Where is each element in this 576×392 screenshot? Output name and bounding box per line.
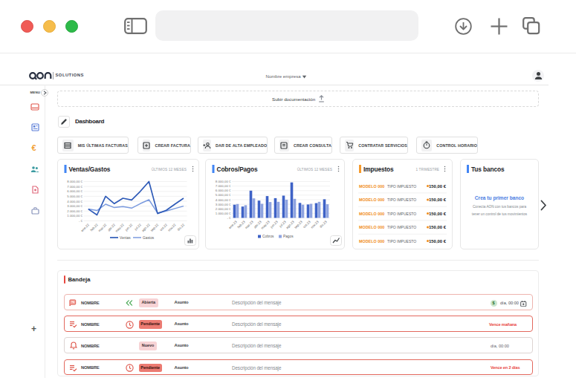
svg-text:Crea tu primer banco: Crea tu primer banco	[474, 195, 523, 201]
svg-text:TIPO IMPUESTO: TIPO IMPUESTO	[387, 184, 416, 189]
svg-text:5.000,00 €: 5.000,00 €	[216, 193, 231, 197]
svg-text:ago.22: ago.22	[141, 223, 151, 232]
svg-text:mar.23: mar.23	[245, 220, 254, 229]
svg-text:tener un control de tus movimi: tener un control de tus movimientos	[471, 212, 527, 216]
svg-text:4.000,00 €: 4.000,00 €	[67, 200, 82, 203]
svg-text:- €: - €	[227, 216, 231, 220]
svg-text:ago.23: ago.23	[285, 220, 295, 229]
svg-text:sep.23: sep.23	[294, 220, 303, 229]
svg-text:150,00 €: 150,00 €	[429, 184, 447, 189]
svg-text:dic.23: dic.23	[319, 220, 328, 229]
svg-text:1.000,00 €: 1.000,00 €	[216, 212, 231, 215]
svg-text:may.23: may.23	[260, 220, 271, 230]
svg-text:sep.22: sep.22	[149, 223, 159, 232]
svg-text:150,00 €: 150,00 €	[429, 225, 447, 229]
svg-text:150,00 €: 150,00 €	[429, 239, 447, 244]
svg-text:8.000,00 €: 8.000,00 €	[216, 180, 231, 183]
svg-text:nov.23: nov.23	[310, 220, 320, 229]
svg-text:Ventas: Ventas	[120, 236, 131, 240]
svg-text:ÚLTIMOS 12 MESES: ÚLTIMOS 12 MESES	[297, 167, 332, 172]
svg-text:2.000,00 €: 2.000,00 €	[216, 207, 231, 211]
svg-text:150,00 €: 150,00 €	[429, 212, 447, 216]
svg-text:- €: - €	[79, 219, 83, 223]
svg-text:Conecta AON con tus bancos par: Conecta AON con tus bancos para	[472, 205, 526, 209]
svg-text:may.22: may.22	[114, 223, 125, 233]
svg-text:Gastos: Gastos	[143, 236, 155, 240]
svg-text:jun.22: jun.22	[124, 223, 134, 232]
svg-text:MODELO 000: MODELO 000	[359, 197, 384, 202]
svg-text:5.000,00 €: 5.000,00 €	[67, 195, 82, 198]
svg-text:MODELO 000: MODELO 000	[359, 212, 384, 216]
svg-text:2.000,00 €: 2.000,00 €	[67, 209, 82, 213]
svg-text:7.000,00 €: 7.000,00 €	[216, 184, 231, 188]
svg-text:oct.22: oct.22	[159, 223, 168, 232]
svg-text:TIPO IMPUESTO: TIPO IMPUESTO	[387, 197, 416, 202]
svg-text:TIPO IMPUESTO: TIPO IMPUESTO	[387, 239, 416, 244]
svg-text:ene.22: ene.22	[80, 223, 90, 232]
svg-text:MODELO 000: MODELO 000	[359, 225, 384, 229]
svg-text:3.000,00 €: 3.000,00 €	[67, 204, 82, 208]
svg-text:ene.23: ene.23	[228, 220, 238, 229]
svg-text:ÚLTIMOS 12 MESES: ÚLTIMOS 12 MESES	[152, 167, 187, 172]
svg-text:Pagos: Pagos	[283, 235, 294, 238]
svg-text:Cobros: Cobros	[262, 235, 274, 238]
svg-text:7.000,00 €: 7.000,00 €	[67, 185, 82, 189]
svg-text:TIPO IMPUESTO: TIPO IMPUESTO	[387, 212, 416, 216]
svg-text:Ventas/Gastos: Ventas/Gastos	[69, 166, 111, 173]
svg-text:MODELO 000: MODELO 000	[359, 184, 384, 189]
svg-text:4.000,00 €: 4.000,00 €	[216, 198, 231, 202]
svg-text:Impuestos: Impuestos	[363, 166, 394, 173]
svg-text:150,00 €: 150,00 €	[429, 197, 447, 202]
svg-text:6.000,00 €: 6.000,00 €	[67, 189, 82, 193]
svg-text:Tus bancos: Tus bancos	[471, 166, 505, 173]
svg-text:mar.22: mar.22	[97, 223, 107, 232]
svg-text:jun.23: jun.23	[269, 220, 279, 229]
svg-text:3.000,00 €: 3.000,00 €	[216, 203, 231, 206]
svg-text:Cobros/Pagos: Cobros/Pagos	[217, 166, 259, 173]
svg-text:1.000,00 €: 1.000,00 €	[67, 214, 82, 218]
svg-text:MODELO 000: MODELO 000	[359, 239, 384, 244]
svg-text:TIPO IMPUESTO: TIPO IMPUESTO	[387, 225, 416, 229]
svg-text:6.000,00 €: 6.000,00 €	[216, 189, 231, 192]
svg-text:8.000,00 €: 8.000,00 €	[67, 180, 82, 183]
svg-text:dic.22: dic.22	[176, 223, 185, 232]
svg-text:nov.22: nov.22	[167, 223, 177, 232]
svg-text:1 TRIMESTRE: 1 TRIMESTRE	[416, 168, 439, 172]
